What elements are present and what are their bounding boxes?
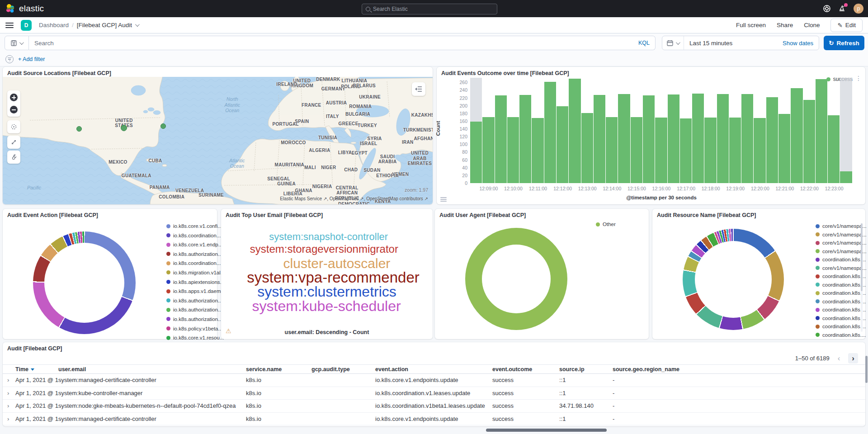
legend-item[interactable]: io.k8s.core.v1.confi... xyxy=(166,223,225,229)
resource-name-title: Audit Resource Name [Filebeat GCP] xyxy=(652,209,865,218)
column-header[interactable]: source.geo.region_name xyxy=(613,366,865,373)
refresh-button[interactable]: ↻ Refresh xyxy=(824,36,864,50)
show-dates-button[interactable]: Show dates xyxy=(783,40,819,47)
elastic-logo[interactable]: elastic xyxy=(5,4,44,14)
share-button[interactable]: Share xyxy=(777,22,793,28)
legend-dot xyxy=(816,291,820,295)
tools-button[interactable] xyxy=(7,151,20,164)
expand-row-icon[interactable]: › xyxy=(3,402,15,409)
legend-item[interactable]: io.k8s.authorization.... xyxy=(166,251,225,257)
chart-options-icon[interactable] xyxy=(440,197,447,203)
legend-item[interactable]: coordination.k8s.... xyxy=(816,324,867,329)
next-page-button[interactable]: › xyxy=(848,353,858,363)
map-data-point[interactable] xyxy=(160,123,166,129)
filter-icon[interactable] xyxy=(5,55,14,63)
column-header[interactable]: source.ip xyxy=(559,366,613,373)
column-header[interactable]: Time xyxy=(15,366,58,373)
map-data-point[interactable] xyxy=(121,125,127,131)
vertical-scrollbar[interactable] xyxy=(865,356,868,383)
space-badge[interactable]: D xyxy=(21,20,32,31)
column-header[interactable]: event.action xyxy=(375,366,492,373)
expand-row-icon[interactable]: › xyxy=(3,415,15,422)
event-action-title: Audit Event Action [Filebeat GCP] xyxy=(3,209,217,218)
chevron-down-icon[interactable] xyxy=(135,22,140,27)
legend-item[interactable]: core/v1/namespa... xyxy=(816,240,867,245)
legend-dot xyxy=(816,249,820,253)
legend-item[interactable]: io.k8s.core.v1.endp... xyxy=(166,242,225,247)
legend-item[interactable]: io.k8s.apiextensions... xyxy=(166,279,225,285)
date-picker: Last 15 minutes Show dates xyxy=(662,36,819,50)
legend-item[interactable]: io.k8s.authorization.... xyxy=(166,307,225,312)
event-action-donut[interactable] xyxy=(33,231,136,334)
tag-cloud-word[interactable]: system:storageversionmigrator xyxy=(250,244,398,255)
full-screen-button[interactable]: Full screen xyxy=(736,22,766,28)
horizontal-scrollbar[interactable] xyxy=(486,429,607,432)
add-filter-button[interactable]: + Add filter xyxy=(18,56,45,62)
legend-item[interactable]: coordination.k8s.... xyxy=(816,290,867,296)
legend-item[interactable]: coordination.k8s.... xyxy=(816,316,867,321)
menu-icon[interactable] xyxy=(5,23,14,28)
legend-item[interactable]: io.k8s.authorization.... xyxy=(166,316,225,322)
legend-item[interactable]: Other xyxy=(596,222,616,227)
time-range-value[interactable]: Last 15 minutes xyxy=(684,40,783,47)
expand-row-icon[interactable]: › xyxy=(3,377,15,383)
tag-cloud-word[interactable]: system:kube-scheduler xyxy=(252,299,401,313)
saved-query-button[interactable] xyxy=(5,36,29,50)
resource-name-donut[interactable] xyxy=(683,229,784,330)
measure-tool-button[interactable] xyxy=(7,136,20,149)
kql-search-input[interactable]: Search KQL xyxy=(29,36,656,50)
newsfeed-icon[interactable] xyxy=(838,5,846,13)
legend-item[interactable]: core/v1/namespa... xyxy=(816,232,867,237)
legend-item[interactable]: io.k8s.coordination.... xyxy=(166,260,225,266)
legend-item[interactable]: coordination.k8s.... xyxy=(816,257,867,262)
map-legend-collapse-button[interactable] xyxy=(412,82,425,96)
legend-menu-icon[interactable]: ⋮ xyxy=(855,75,862,82)
legend-item[interactable]: coordination.k8s.... xyxy=(816,299,867,304)
user-agent-title: Audit User Agent [Filebeat GCP] xyxy=(435,209,649,218)
legend-item[interactable]: coordination.k8s.... xyxy=(816,282,867,288)
column-header[interactable]: user.email xyxy=(58,366,246,373)
legend-item[interactable]: io.k8s.migration.v1al... xyxy=(166,270,225,275)
prev-page-button[interactable]: ‹ xyxy=(834,353,844,363)
map-canvas[interactable]: UNITED STATESMEXICOCUBAGUATEMALAPANAMACO… xyxy=(3,77,433,204)
map-attribution[interactable]: Elastic Maps Service ↗, OpenMapTiles ↗, … xyxy=(280,196,428,201)
tag-cloud-word[interactable]: system:snapshot-controller xyxy=(269,232,388,242)
global-search-input[interactable]: Search Elastic xyxy=(362,4,497,14)
user-agent-donut[interactable] xyxy=(465,228,567,330)
legend-scrollbar[interactable] xyxy=(861,223,863,332)
column-header[interactable]: gcp.audit.type xyxy=(311,366,375,373)
map-data-point[interactable] xyxy=(76,126,82,132)
help-icon[interactable] xyxy=(823,5,831,13)
legend-item[interactable]: core/v1/namespa... xyxy=(816,249,867,254)
calendar-button[interactable] xyxy=(662,36,684,50)
clone-button[interactable]: Clone xyxy=(804,22,820,28)
legend-item[interactable]: io.k8s.core.v1.resou... xyxy=(166,335,225,340)
column-header[interactable]: service.name xyxy=(246,366,311,373)
legend-item[interactable]: coordination.k8s.... xyxy=(816,332,867,338)
legend-item[interactable]: io.k8s.authorization.... xyxy=(166,298,225,303)
table-cell: system:managed-certificate-controller xyxy=(58,415,246,422)
bar xyxy=(766,78,778,183)
legend-dot xyxy=(816,258,820,262)
legend-item[interactable]: io.k8s.apps.v1.daem... xyxy=(166,288,225,294)
kql-language-button[interactable]: KQL xyxy=(638,40,650,46)
edit-button[interactable]: ✎ Edit xyxy=(830,19,863,32)
bar xyxy=(532,78,544,183)
legend-item[interactable]: io.k8s.coordination.... xyxy=(166,233,225,238)
expand-row-icon[interactable]: › xyxy=(3,390,15,396)
zoom-out-button[interactable] xyxy=(10,106,18,113)
legend-item[interactable]: coordination.k8s.... xyxy=(816,307,867,312)
legend-item[interactable]: core/v1/namespa... xyxy=(816,265,867,271)
tag-cloud-word[interactable]: cluster-autoscaler xyxy=(283,257,391,270)
legend-item[interactable]: core/v1/namespa... xyxy=(816,223,867,229)
fit-bounds-button[interactable] xyxy=(7,120,20,133)
avatar[interactable]: p xyxy=(854,4,863,14)
bar xyxy=(741,78,754,183)
breadcrumb-dashboard[interactable]: Dashboard xyxy=(39,22,69,28)
tag-cloud-word[interactable]: system:vpa-recommender xyxy=(247,270,419,285)
zoom-in-button[interactable] xyxy=(10,94,18,101)
legend-item[interactable]: coordination.k8s.... xyxy=(816,274,867,279)
column-header[interactable]: event.outcome xyxy=(492,366,559,373)
tag-cloud-word[interactable]: system:clustermetrics xyxy=(257,284,396,299)
legend-item[interactable]: io.k8s.policy.v1beta... xyxy=(166,326,225,331)
